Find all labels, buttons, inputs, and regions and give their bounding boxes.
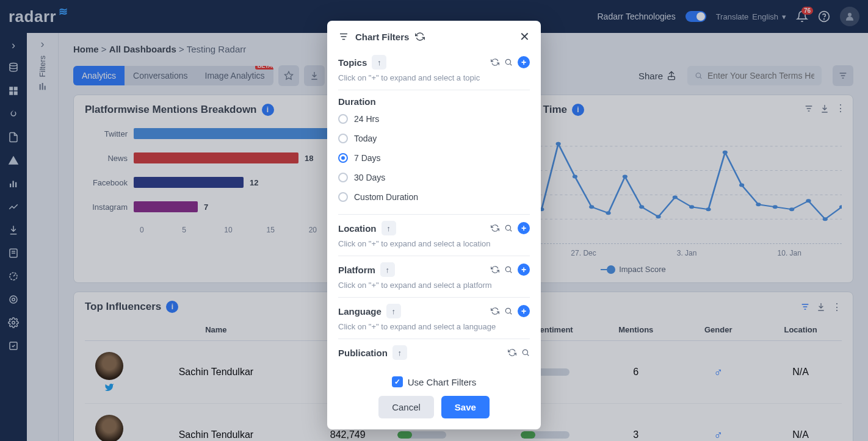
svg-point-56 [523,350,527,354]
close-icon[interactable]: ✕ [519,29,530,44]
radio-label: Today [354,134,377,143]
filter-title-topics: Topics [338,57,367,68]
search-icon[interactable] [504,58,513,66]
radio-label: 30 Days [354,173,385,182]
sort-icon[interactable]: ↑ [392,345,407,360]
filter-list-icon [338,31,349,42]
radio-option-duration[interactable]: Today [338,129,530,148]
save-button[interactable]: Save [441,396,490,418]
filter-section-duration: Duration 24 HrsToday7 Days30 DaysCustom … [338,90,530,215]
filter-title-location: Location [338,223,377,234]
sort-icon[interactable]: ↑ [386,304,401,318]
svg-point-52 [505,59,510,64]
add-platform-button[interactable]: + [518,264,530,276]
filter-section-publication: Publication ↑ Configured Publications+Ot… [338,339,530,368]
filter-title-publication: Publication [338,348,388,358]
checkbox-label: Use Chart Filters [408,377,477,387]
radio-icon [338,114,348,124]
radio-option-duration[interactable]: 7 Days [338,148,530,168]
use-chart-filters-checkbox[interactable]: ✓ Use Chart Filters [392,376,477,387]
filter-section-language: Language ↑ + Click on "+" to expand and … [338,298,530,339]
filter-section-platform: Platform ↑ + Click on "+" to expand and … [338,256,530,298]
filter-hint: Click on "+" to expand and select a loca… [338,239,530,248]
radio-icon [338,173,348,182]
refresh-icon[interactable] [415,32,425,41]
radio-option-duration[interactable]: 24 Hrs [338,109,530,129]
modal-overlay[interactable]: Chart Filters ✕ Topics ↑ + Click on "+" … [0,0,868,441]
radio-option-duration[interactable]: Custom Duration [338,187,530,207]
sort-icon[interactable]: ↑ [382,221,396,235]
svg-point-55 [505,308,510,313]
refresh-icon[interactable] [508,348,516,357]
search-icon[interactable] [504,307,513,315]
sort-icon[interactable]: ↑ [380,262,395,277]
add-language-button[interactable]: + [518,305,530,317]
refresh-icon[interactable] [491,265,499,274]
refresh-icon[interactable] [491,224,499,232]
chart-filters-modal: Chart Filters ✕ Topics ↑ + Click on "+" … [327,21,541,429]
filter-hint: Click on "+" to expand and select a topi… [338,73,530,82]
filter-title-language: Language [338,306,382,317]
add-location-button[interactable]: + [518,222,530,234]
search-icon[interactable] [504,224,513,232]
radio-icon [338,134,348,143]
radio-option-duration[interactable]: 30 Days [338,168,530,187]
svg-point-53 [505,225,510,230]
refresh-icon[interactable] [491,58,499,66]
filter-hint: Click on "+" to expand and select a plat… [338,281,530,290]
search-icon[interactable] [504,265,513,274]
add-topic-button[interactable]: + [518,56,530,68]
filter-title-duration: Duration [338,96,376,107]
filter-section-location: Location ↑ + Click on "+" to expand and … [338,215,530,256]
filter-section-topics: Topics ↑ + Click on "+" to expand and se… [338,52,530,90]
radio-label: 24 Hrs [354,114,379,124]
radio-label: Custom Duration [354,192,418,202]
radio-icon [338,153,348,163]
filter-hint: Click on "+" to expand and select a lang… [338,322,530,331]
modal-title: Chart Filters [355,32,409,42]
filter-title-platform: Platform [338,265,375,275]
radio-label: 7 Days [354,153,381,163]
radio-icon [338,192,348,202]
search-icon[interactable] [521,348,530,357]
radio-option-publication[interactable]: Configured Publications+ [338,362,530,368]
cancel-button[interactable]: Cancel [378,396,434,418]
sort-icon[interactable]: ↑ [372,55,386,70]
svg-point-54 [505,267,510,271]
refresh-icon[interactable] [491,307,499,315]
checkbox-icon: ✓ [392,376,403,387]
